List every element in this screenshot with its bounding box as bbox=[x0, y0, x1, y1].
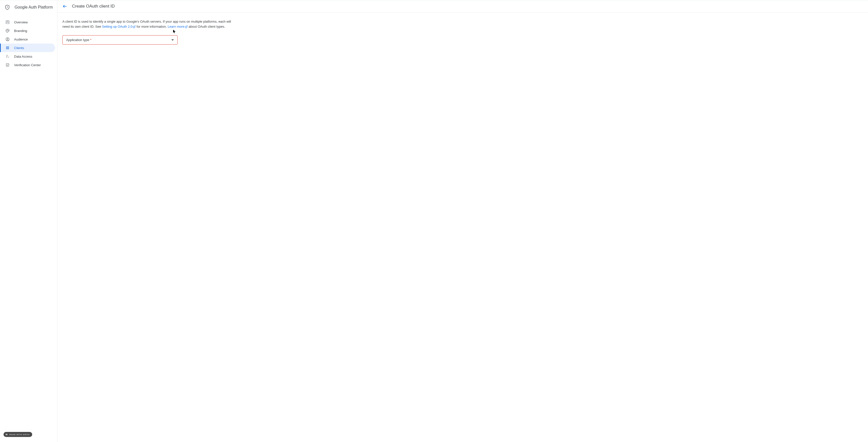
nav-item-data-access[interactable]: Data Access bbox=[0, 52, 55, 61]
nav-item-clients[interactable]: Clients bbox=[0, 43, 55, 52]
desc-part2: for more information. bbox=[135, 25, 167, 28]
svg-rect-12 bbox=[8, 47, 9, 47]
svg-rect-1 bbox=[7, 7, 7, 8]
shield-icon bbox=[4, 4, 10, 10]
gifox-badge: MADE WITH GIFOX bbox=[3, 432, 32, 437]
svg-line-24 bbox=[134, 26, 135, 27]
svg-point-6 bbox=[7, 30, 8, 30]
desc-part3: about OAuth client types. bbox=[188, 25, 225, 28]
back-arrow-icon[interactable] bbox=[62, 4, 67, 9]
account-icon bbox=[5, 37, 9, 41]
external-link-icon bbox=[185, 25, 188, 28]
verify-icon bbox=[5, 63, 9, 67]
main-header: Create OAuth client ID bbox=[57, 0, 868, 12]
svg-rect-17 bbox=[7, 49, 8, 49]
sidebar: Google Auth Platform Overview bbox=[0, 0, 57, 442]
svg-rect-22 bbox=[6, 64, 9, 66]
link-setting-up-oauth[interactable]: Setting up OAuth 2.0 bbox=[102, 25, 136, 28]
nav-label: Overview bbox=[14, 20, 28, 24]
svg-rect-18 bbox=[8, 49, 9, 49]
nav-label: Branding bbox=[14, 29, 27, 33]
gifox-label: MADE WITH GIFOX bbox=[9, 434, 30, 436]
nav-label: Verification Center bbox=[14, 63, 41, 67]
apps-icon bbox=[5, 46, 9, 50]
dashboard-icon bbox=[5, 20, 9, 24]
svg-point-5 bbox=[6, 30, 7, 31]
svg-rect-10 bbox=[6, 47, 7, 47]
main: Create OAuth client ID A client ID is us… bbox=[57, 0, 868, 442]
svg-point-7 bbox=[8, 30, 8, 31]
svg-rect-13 bbox=[6, 48, 7, 48]
external-link-icon bbox=[133, 25, 135, 28]
svg-rect-15 bbox=[8, 48, 9, 48]
palette-icon bbox=[5, 29, 9, 33]
nav-item-audience[interactable]: Audience bbox=[0, 35, 55, 43]
gifox-icon bbox=[5, 433, 8, 436]
select-label: Application type * bbox=[66, 38, 91, 42]
nav-item-verification[interactable]: Verification Center bbox=[0, 61, 55, 69]
nav-label: Audience bbox=[14, 37, 28, 41]
link-learn-more[interactable]: Learn more bbox=[167, 25, 187, 28]
list-check-icon bbox=[5, 54, 9, 58]
nav-label: Data Access bbox=[14, 55, 32, 58]
application-type-select[interactable]: Application type * bbox=[62, 35, 178, 45]
svg-rect-11 bbox=[7, 47, 8, 47]
svg-point-9 bbox=[7, 38, 8, 39]
svg-rect-16 bbox=[6, 49, 7, 49]
svg-point-0 bbox=[7, 6, 8, 7]
nav-item-branding[interactable]: Branding bbox=[0, 26, 55, 35]
page-title: Create OAuth client ID bbox=[72, 4, 115, 9]
sidebar-header: Google Auth Platform bbox=[0, 2, 57, 13]
nav-item-overview[interactable]: Overview bbox=[0, 18, 55, 26]
svg-rect-14 bbox=[7, 48, 8, 48]
dropdown-icon bbox=[171, 39, 174, 41]
svg-line-25 bbox=[186, 26, 187, 27]
description-text: A client ID is used to identify a single… bbox=[62, 19, 234, 29]
sidebar-title: Google Auth Platform bbox=[14, 5, 53, 9]
content: A client ID is used to identify a single… bbox=[57, 12, 239, 51]
nav-list: Overview Branding Audience bbox=[0, 13, 57, 69]
nav-label: Clients bbox=[14, 46, 24, 50]
